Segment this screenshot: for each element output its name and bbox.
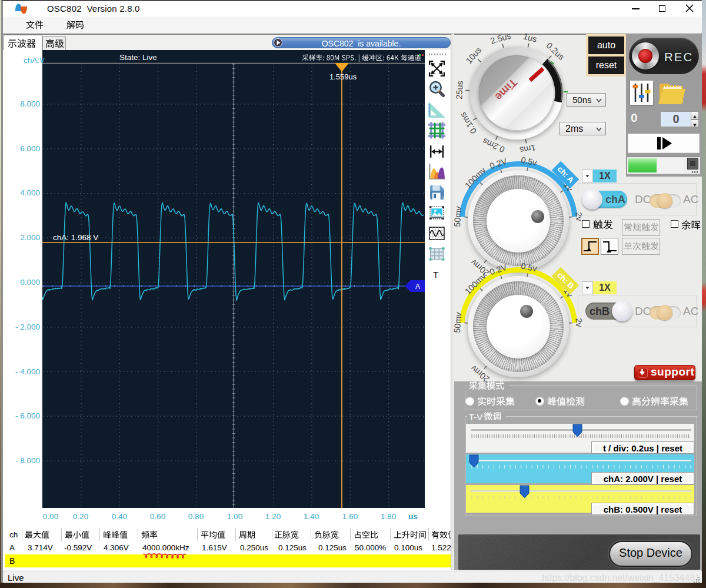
svg-text:A: A bbox=[415, 283, 420, 291]
